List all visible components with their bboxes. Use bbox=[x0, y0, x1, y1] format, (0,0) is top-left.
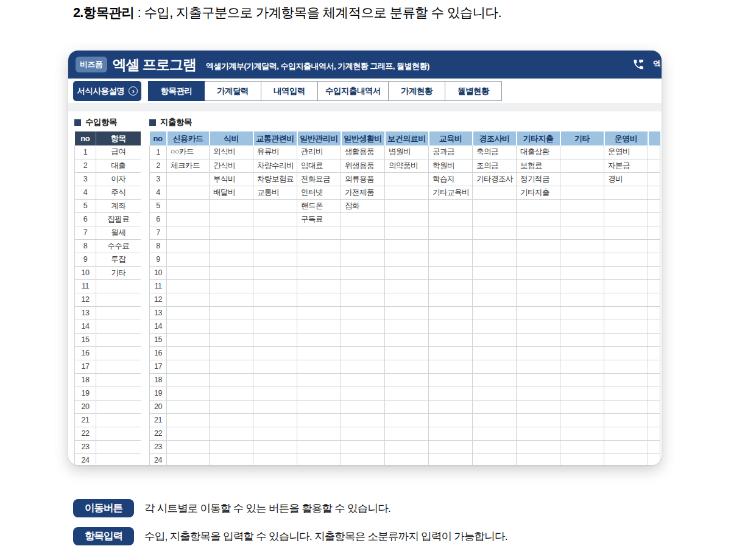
expense-cell[interactable] bbox=[253, 333, 297, 346]
income-cell-item[interactable]: 기타 bbox=[96, 266, 141, 279]
expense-cell[interactable]: 대출상환 bbox=[517, 145, 560, 159]
expense-cell[interactable] bbox=[297, 333, 341, 346]
expense-cell[interactable] bbox=[429, 266, 473, 279]
expense-cell-no[interactable]: 7 bbox=[150, 226, 167, 239]
expense-cell[interactable] bbox=[341, 427, 385, 440]
expense-cell[interactable] bbox=[560, 212, 604, 226]
expense-cell[interactable] bbox=[385, 413, 429, 427]
expense-cell[interactable] bbox=[604, 373, 648, 387]
expense-cell[interactable] bbox=[560, 239, 604, 253]
expense-cell[interactable] bbox=[210, 239, 253, 253]
expense-cell[interactable] bbox=[253, 320, 297, 333]
expense-cell[interactable] bbox=[341, 293, 385, 306]
expense-cell[interactable] bbox=[429, 320, 473, 333]
expense-cell[interactable] bbox=[210, 199, 253, 212]
income-cell-item[interactable] bbox=[96, 387, 141, 400]
expense-cell[interactable] bbox=[253, 413, 297, 427]
expense-cell[interactable] bbox=[253, 453, 297, 465]
expense-cell[interactable]: 경비 bbox=[604, 172, 648, 186]
expense-cell[interactable] bbox=[253, 346, 297, 360]
expense-cell[interactable] bbox=[473, 212, 517, 226]
expense-cell[interactable] bbox=[604, 239, 648, 253]
expense-cell[interactable]: 체크카드 bbox=[167, 159, 210, 172]
income-cell-no[interactable]: 9 bbox=[75, 253, 96, 266]
expense-cell[interactable] bbox=[210, 266, 253, 279]
expense-cell[interactable] bbox=[297, 346, 341, 360]
income-cell-no[interactable]: 17 bbox=[75, 360, 96, 373]
income-cell-item[interactable]: 집필료 bbox=[96, 212, 141, 226]
expense-cell[interactable] bbox=[429, 306, 473, 320]
expense-cell[interactable] bbox=[473, 306, 517, 320]
expense-cell-no[interactable]: 13 bbox=[150, 306, 167, 320]
expense-cell[interactable] bbox=[341, 440, 385, 453]
expense-cell[interactable] bbox=[167, 212, 210, 226]
income-cell-item[interactable] bbox=[96, 293, 141, 306]
expense-cell[interactable] bbox=[385, 427, 429, 440]
expense-cell-no[interactable]: 12 bbox=[150, 293, 167, 306]
expense-cell[interactable] bbox=[560, 145, 604, 159]
income-cell-no[interactable]: 24 bbox=[75, 453, 96, 465]
expense-cell[interactable] bbox=[253, 293, 297, 306]
expense-cell-no[interactable]: 2 bbox=[150, 159, 167, 172]
expense-cell[interactable] bbox=[253, 212, 297, 226]
expense-cell[interactable] bbox=[473, 440, 517, 453]
income-cell-no[interactable]: 7 bbox=[75, 226, 96, 239]
expense-cell[interactable]: 학원비 bbox=[429, 159, 473, 172]
expense-cell[interactable] bbox=[385, 253, 429, 266]
expense-cell[interactable] bbox=[385, 373, 429, 387]
expense-cell[interactable]: 차량수리비 bbox=[253, 159, 297, 172]
expense-cell[interactable] bbox=[167, 333, 210, 346]
expense-cell-no[interactable]: 8 bbox=[150, 239, 167, 253]
expense-cell[interactable] bbox=[385, 293, 429, 306]
expense-cell[interactable] bbox=[604, 266, 648, 279]
expense-cell[interactable] bbox=[429, 453, 473, 465]
expense-cell[interactable] bbox=[604, 212, 648, 226]
expense-cell[interactable] bbox=[167, 172, 210, 186]
expense-cell[interactable] bbox=[341, 239, 385, 253]
income-cell-no[interactable]: 8 bbox=[75, 239, 96, 253]
expense-cell-no[interactable]: 19 bbox=[150, 387, 167, 400]
expense-cell[interactable] bbox=[429, 440, 473, 453]
expense-cell[interactable] bbox=[210, 293, 253, 306]
expense-cell[interactable] bbox=[297, 239, 341, 253]
expense-cell[interactable] bbox=[210, 387, 253, 400]
expense-cell[interactable] bbox=[604, 453, 648, 465]
expense-cell[interactable] bbox=[517, 212, 560, 226]
tab-entry-input[interactable]: 내역입력 bbox=[261, 81, 318, 101]
expense-cell[interactable] bbox=[429, 279, 473, 293]
expense-cell[interactable] bbox=[429, 387, 473, 400]
expense-cell[interactable] bbox=[604, 333, 648, 346]
expense-cell[interactable] bbox=[297, 306, 341, 320]
income-cell-no[interactable]: 22 bbox=[75, 427, 96, 440]
expense-cell[interactable] bbox=[385, 320, 429, 333]
expense-cell[interactable] bbox=[385, 266, 429, 279]
expense-cell[interactable]: ○○카드 bbox=[167, 145, 210, 159]
expense-cell[interactable] bbox=[167, 373, 210, 387]
expense-cell[interactable]: 잡화 bbox=[341, 199, 385, 212]
income-cell-no[interactable]: 20 bbox=[75, 400, 96, 413]
expense-cell[interactable] bbox=[473, 413, 517, 427]
expense-cell[interactable]: 임대료 bbox=[297, 159, 341, 172]
expense-cell[interactable] bbox=[429, 400, 473, 413]
expense-cell[interactable] bbox=[297, 266, 341, 279]
expense-cell[interactable] bbox=[604, 427, 648, 440]
income-cell-item[interactable] bbox=[96, 440, 141, 453]
expense-cell[interactable] bbox=[560, 226, 604, 239]
income-cell-no[interactable]: 6 bbox=[75, 212, 96, 226]
expense-cell[interactable] bbox=[604, 226, 648, 239]
expense-cell[interactable] bbox=[167, 253, 210, 266]
expense-cell[interactable] bbox=[297, 413, 341, 427]
expense-cell[interactable] bbox=[167, 306, 210, 320]
expense-cell[interactable] bbox=[560, 159, 604, 172]
income-cell-item[interactable] bbox=[96, 320, 141, 333]
expense-cell[interactable] bbox=[297, 279, 341, 293]
expense-cell[interactable] bbox=[517, 320, 560, 333]
expense-cell[interactable] bbox=[297, 293, 341, 306]
expense-cell[interactable]: 기타경조사 bbox=[473, 172, 517, 186]
expense-cell[interactable] bbox=[429, 293, 473, 306]
expense-cell[interactable] bbox=[517, 373, 560, 387]
expense-cell[interactable] bbox=[560, 413, 604, 427]
expense-cell[interactable] bbox=[429, 239, 473, 253]
expense-cell[interactable] bbox=[560, 266, 604, 279]
expense-cell[interactable]: 배달비 bbox=[210, 186, 253, 199]
